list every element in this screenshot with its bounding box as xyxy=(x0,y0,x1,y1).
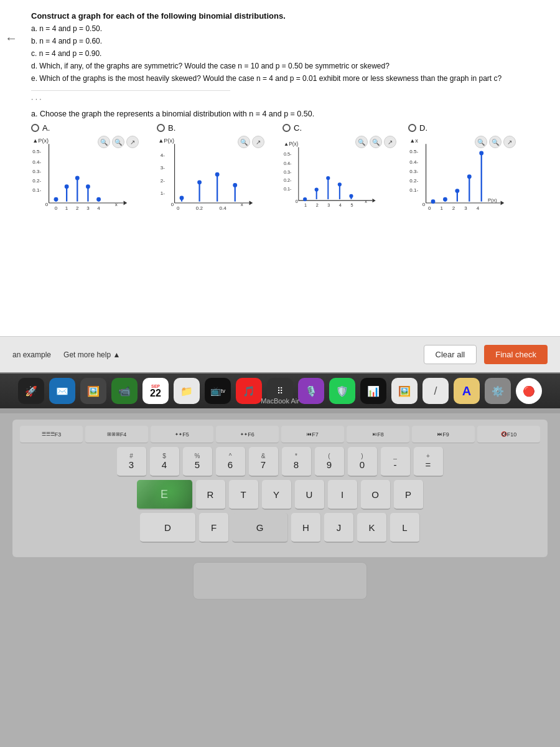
content-area: ← Construct a graph for each of the foll… xyxy=(0,0,560,336)
key-f4[interactable]: ⊞⊞⊞ F4 xyxy=(85,426,148,443)
graph-d-search2[interactable]: 🔍 xyxy=(489,136,502,148)
key-f5[interactable]: ✦✦ F5 xyxy=(151,426,213,443)
dock-facetime[interactable]: 📹 xyxy=(111,378,138,404)
key-star-8[interactable]: * 8 xyxy=(282,447,312,477)
key-p[interactable]: P xyxy=(394,480,424,510)
key-l[interactable]: L xyxy=(390,513,420,543)
key-i[interactable]: I xyxy=(328,480,358,510)
key-plus[interactable]: + = xyxy=(414,447,444,477)
radio-c[interactable] xyxy=(282,124,291,132)
graph-d-external[interactable]: ↗ xyxy=(503,136,516,148)
key-f9[interactable]: ⏭ F9 xyxy=(412,426,475,443)
svg-text:▲P(x): ▲P(x) xyxy=(284,141,299,147)
dock-photos[interactable]: 🖼️ xyxy=(80,378,106,404)
main-window: ← Construct a graph for each of the foll… xyxy=(0,0,560,374)
key-f6[interactable]: ✦✦ F6 xyxy=(216,426,279,443)
dock-settings[interactable]: ⚙️ xyxy=(485,378,511,404)
svg-point-18 xyxy=(65,184,69,189)
svg-text:3: 3 xyxy=(464,205,467,211)
graph-a-search[interactable]: 🔍 xyxy=(98,136,110,148)
dock-macbook-label: MacBook Air xyxy=(261,397,299,405)
back-arrow[interactable]: ← xyxy=(5,31,17,45)
graph-a-search2[interactable]: 🔍 xyxy=(112,136,124,148)
svg-marker-29 xyxy=(250,201,253,205)
label-c: C. xyxy=(294,123,302,133)
graph-b-search[interactable]: 🔍 xyxy=(238,136,250,148)
graph-b-external[interactable]: ↗ xyxy=(252,136,264,148)
key-u[interactable]: U xyxy=(295,480,325,510)
dock-podcast[interactable]: 🎙️ xyxy=(298,378,324,404)
svg-text:0.2-: 0.2- xyxy=(284,177,292,183)
key-f8[interactable]: ⏯ F8 xyxy=(347,426,409,443)
dock-music[interactable]: 🎵 xyxy=(236,378,262,404)
final-check-button[interactable]: Final check xyxy=(484,345,548,364)
key-d[interactable]: D xyxy=(140,513,196,543)
svg-text:0.2: 0.2 xyxy=(196,205,203,211)
svg-point-89 xyxy=(431,199,436,204)
key-f[interactable]: F xyxy=(199,513,229,543)
svg-text:0: 0 xyxy=(428,205,431,211)
key-t[interactable]: T xyxy=(229,480,259,510)
key-amp-7[interactable]: & 7 xyxy=(249,447,279,477)
svg-text:2: 2 xyxy=(76,205,79,211)
key-f10[interactable]: 🔇 F10 xyxy=(477,426,540,443)
key-o[interactable]: O xyxy=(361,480,391,510)
graph-c-external[interactable]: ↗ xyxy=(384,136,396,148)
choice-a: A. ▲P(x) 0.5- xyxy=(31,123,149,231)
dock-launchpad[interactable]: 🚀 xyxy=(18,378,44,404)
question-instruction: Construct a graph for each of the follow… xyxy=(31,11,546,21)
key-j[interactable]: J xyxy=(324,513,354,543)
dock-slash[interactable]: / xyxy=(422,378,449,404)
choice-d: D. ▲x 0.5- 0.4- 0.3- 0.2- 0.1- xyxy=(408,123,526,231)
keyboard-area: ☰☰☰ F3 ⊞⊞⊞ F4 ✦✦ F5 ✦✦ F6 ⏮ F7 ⏯ F8 xyxy=(12,420,548,557)
home-row: D F G H J K L xyxy=(20,513,540,543)
dock-mail[interactable]: ✉️ xyxy=(49,378,75,404)
key-k[interactable]: K xyxy=(357,513,387,543)
dock-calendar[interactable]: SEP 22 xyxy=(142,378,169,404)
number-row: # 3 $ 4 % 5 ^ 6 & 7 * 8 xyxy=(20,447,540,477)
touchpad[interactable] xyxy=(193,562,367,599)
svg-text:0.3-: 0.3- xyxy=(284,169,292,175)
svg-point-95 xyxy=(467,174,472,179)
graph-d-search[interactable]: 🔍 xyxy=(475,136,487,148)
key-f3[interactable]: ☰☰☰ F3 xyxy=(20,426,83,443)
help-link[interactable]: Get more help ▲ xyxy=(63,350,120,359)
dock-finder[interactable]: 📁 xyxy=(174,378,200,404)
key-lparen-9[interactable]: ( 9 xyxy=(315,447,345,477)
key-y[interactable]: Y xyxy=(262,480,292,510)
graph-a-external[interactable]: ↗ xyxy=(126,136,139,148)
key-g[interactable]: G xyxy=(232,513,288,543)
key-dollar-4[interactable]: $ 4 xyxy=(150,447,180,477)
radio-a[interactable] xyxy=(31,124,39,132)
radio-d[interactable] xyxy=(408,124,416,132)
key-rparen-0[interactable]: ) 0 xyxy=(348,447,378,477)
svg-point-91 xyxy=(443,197,447,202)
svg-text:▲x: ▲x xyxy=(409,138,418,144)
key-e[interactable]: E xyxy=(137,480,193,510)
key-r[interactable]: R xyxy=(196,480,226,510)
graph-c-search[interactable]: 🔍 xyxy=(355,136,368,148)
bottom-left: an example Get more help ▲ xyxy=(12,350,120,359)
svg-text:0.4-: 0.4- xyxy=(409,159,418,165)
graph-c: ▲P(x) 0.5- 0.4- 0.3- 0.2- 0.1- 0 1 xyxy=(282,134,398,231)
key-h[interactable]: H xyxy=(291,513,321,543)
graph-c-search2[interactable]: 🔍 xyxy=(370,136,382,148)
clear-all-button[interactable]: Clear all xyxy=(424,345,477,364)
key-f7[interactable]: ⏮ F7 xyxy=(281,426,344,443)
dock-textedit[interactable]: A xyxy=(454,378,480,404)
dock-chrome[interactable]: 🔴 xyxy=(516,378,542,404)
svg-text:▲P(x): ▲P(x) xyxy=(158,138,174,144)
key-minus[interactable]: _ - xyxy=(381,447,411,477)
dock-nordvpn[interactable]: 🛡️ xyxy=(329,378,355,404)
svg-text:1-: 1- xyxy=(161,190,165,196)
key-caret-6[interactable]: ^ 6 xyxy=(216,447,246,477)
dock-unknown1[interactable]: 🖼️ xyxy=(391,378,418,404)
key-percent-5[interactable]: % 5 xyxy=(183,447,213,477)
dock-stocks[interactable]: 📊 xyxy=(360,378,386,404)
svg-text:1: 1 xyxy=(304,202,307,208)
radio-b[interactable] xyxy=(157,124,165,132)
dock-appletv[interactable]: 📺tv xyxy=(205,378,231,404)
svg-point-39 xyxy=(180,196,184,200)
key-hash-3[interactable]: # 3 xyxy=(117,447,147,477)
label-a: A. xyxy=(42,123,50,133)
